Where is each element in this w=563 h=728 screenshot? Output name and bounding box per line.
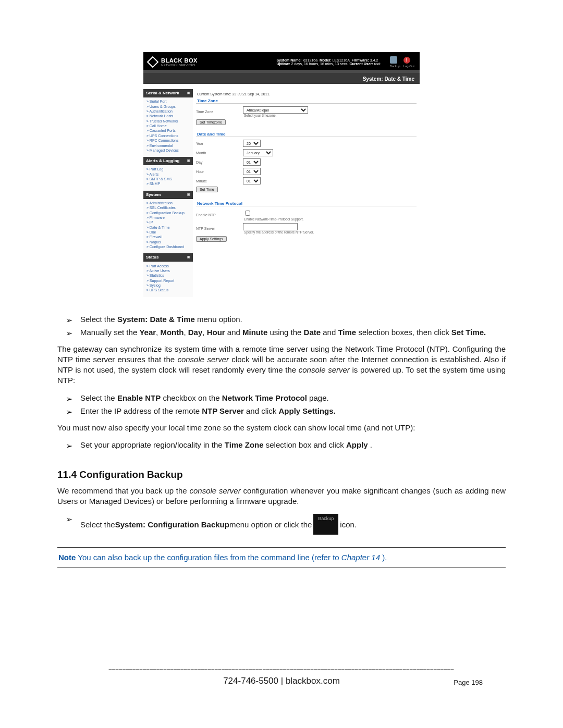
sidebar-item[interactable]: Dial: [146, 230, 191, 235]
minute-select[interactable]: 01: [243, 177, 261, 184]
sidebar-item[interactable]: Date & Time: [146, 225, 191, 230]
sidebar-item[interactable]: Syslog: [146, 283, 191, 288]
sidebar-item[interactable]: Firewall: [146, 235, 191, 239]
apply-settings-button[interactable]: Apply Settings: [196, 236, 227, 242]
note-box: Note You can also back up the configurat…: [57, 547, 506, 567]
sidebar-item[interactable]: Serial Port: [146, 99, 191, 104]
hour-select[interactable]: 01: [243, 168, 261, 175]
page-footer: ________________________________________…: [57, 664, 506, 686]
sidebar-item[interactable]: Firmware: [146, 215, 191, 220]
timezone-hint: Select your timezone.: [244, 114, 308, 117]
step-list: Select the System: Date & Time menu opti…: [57, 313, 506, 339]
collapse-icon: ▣: [187, 192, 190, 197]
app-screenshot: BLACK BOX NETWORK SERVICES System Name: …: [143, 52, 420, 297]
timezone-select[interactable]: Africa/Abidjan: [243, 106, 308, 114]
sidebar: Serial & Network▣ Serial Port Users & Gr…: [143, 89, 193, 297]
sidebar-group-items: Port Log Alerts SMTP & SMS SNMP: [143, 165, 193, 191]
enable-ntp-checkbox[interactable]: [245, 211, 250, 216]
step-item: Select the System: Date & Time menu opti…: [80, 313, 506, 326]
main-panel: Current System time: 23:39:21 Sep 14, 20…: [193, 89, 420, 297]
sidebar-item[interactable]: IP: [146, 220, 191, 225]
inline-backup-icon: Backup: [313, 514, 338, 535]
set-timezone-button[interactable]: Set Timezone: [196, 119, 226, 125]
sidebar-item[interactable]: UPS Status: [146, 288, 191, 292]
backup-icon: [390, 56, 397, 64]
minute-label: Minute: [196, 179, 243, 183]
hour-label: Hour: [196, 170, 243, 174]
footer-divider: ________________________________________…: [57, 664, 506, 670]
sidebar-item[interactable]: Statistics: [146, 273, 191, 278]
day-label: Day: [196, 161, 243, 164]
sidebar-item[interactable]: RPC Connections: [146, 138, 191, 143]
footer-contact: 724-746-5500 | blackbox.com: [223, 676, 340, 686]
sidebar-item[interactable]: Managed Devices: [146, 148, 191, 153]
sidebar-group-items: Port Access Active Users Statistics Supp…: [143, 262, 193, 297]
year-label: Year: [196, 142, 243, 145]
sidebar-item[interactable]: Support Report: [146, 278, 191, 283]
month-select[interactable]: January: [243, 149, 273, 156]
enable-ntp-label: Enable NTP: [196, 213, 243, 217]
step-item: Set your appropriate region/locality in …: [80, 438, 506, 451]
sidebar-item[interactable]: Network Hosts: [146, 114, 191, 118]
timezone-section-title: Time Zone: [196, 97, 417, 104]
set-time-button[interactable]: Set Time: [196, 187, 218, 192]
sidebar-item[interactable]: Configuration Backup: [146, 210, 191, 215]
ntp-server-input[interactable]: [243, 223, 298, 230]
sidebar-item[interactable]: Configure Dashboard: [146, 244, 191, 249]
sidebar-item[interactable]: Port Access: [146, 263, 191, 268]
sidebar-item[interactable]: Trusted Networks: [146, 119, 191, 124]
page-title: System: Date & Time: [143, 70, 420, 89]
sidebar-item[interactable]: Cascaded Ports: [146, 128, 191, 133]
step-list: Set your appropriate region/locality in …: [57, 438, 506, 451]
sidebar-item[interactable]: SNMP: [146, 181, 191, 186]
ntp-server-hint: Specify the address of the remote NTP Se…: [244, 230, 314, 234]
step-item: Enter the IP address of the remote NTP S…: [80, 404, 506, 417]
sidebar-group-header[interactable]: System▣: [143, 191, 193, 199]
year-select[interactable]: 2008: [243, 140, 261, 147]
sidebar-item[interactable]: Port Log: [146, 167, 191, 171]
body-paragraph: We recommend that you back up the consol…: [57, 486, 506, 507]
sidebar-group-items: Serial Port Users & Groups Authenticatio…: [143, 97, 193, 157]
body-paragraph: The gateway can synchronize its system t…: [57, 344, 506, 386]
timezone-label: Time Zone: [196, 110, 243, 114]
sidebar-item[interactable]: Users & Groups: [146, 104, 191, 108]
sidebar-item[interactable]: Administration: [146, 201, 191, 205]
sidebar-item[interactable]: Alerts: [146, 172, 191, 177]
app-body: Serial & Network▣ Serial Port Users & Gr…: [143, 89, 420, 297]
sidebar-item[interactable]: SMTP & SMS: [146, 177, 191, 181]
sidebar-item[interactable]: Authentication: [146, 109, 191, 114]
step-item: Select the System: Configuration Backup …: [80, 512, 506, 537]
ntp-section-title: Network Time Protocol: [196, 200, 417, 206]
logout-link[interactable]: ! Log Out: [403, 57, 414, 68]
sidebar-item[interactable]: Active Users: [146, 268, 191, 273]
step-item: Manually set the Year, Month, Day, Hour …: [80, 326, 506, 339]
header-meta: System Name: les1216a Model: LES1216A Fi…: [276, 58, 380, 66]
enable-ntp-hint: Enable Network-Time-Protocol Support.: [244, 217, 304, 221]
note-label: Note: [58, 553, 76, 562]
header-actions: Backup ! Log Out: [390, 56, 414, 68]
logout-icon: !: [403, 57, 410, 64]
sidebar-item[interactable]: Call Home: [146, 124, 191, 128]
month-label: Month: [196, 151, 243, 155]
sidebar-item[interactable]: Nagios: [146, 240, 191, 244]
sidebar-group-header[interactable]: Status▣: [143, 253, 193, 262]
collapse-icon: ▣: [187, 255, 190, 260]
body-paragraph: You must now also specify your local tim…: [57, 423, 506, 433]
sidebar-item[interactable]: SSL Certificates: [146, 205, 191, 210]
step-list: Select the System: Configuration Backup …: [57, 512, 506, 537]
brand-logo-icon: [147, 56, 159, 68]
backup-link[interactable]: Backup: [390, 56, 400, 68]
app-header: BLACK BOX NETWORK SERVICES System Name: …: [143, 52, 420, 70]
step-item: Select the Enable NTP checkbox on the Ne…: [80, 391, 506, 404]
sidebar-group-header[interactable]: Serial & Network▣: [143, 89, 193, 97]
sidebar-item[interactable]: Environmental: [146, 143, 191, 147]
sidebar-item[interactable]: UPS Connections: [146, 133, 191, 138]
ntp-server-label: NTP Server: [196, 227, 243, 230]
sidebar-group-header[interactable]: Alerts & Logging▣: [143, 157, 193, 165]
brand-subtitle: NETWORK SERVICES: [161, 64, 198, 67]
current-time-label: Current System time: 23:39:21 Sep 14, 20…: [196, 91, 417, 97]
collapse-icon: ▣: [187, 91, 190, 95]
step-list: Select the Enable NTP checkbox on the Ne…: [57, 391, 506, 417]
page-number: Page 198: [454, 678, 483, 686]
day-select[interactable]: 01: [243, 158, 261, 166]
